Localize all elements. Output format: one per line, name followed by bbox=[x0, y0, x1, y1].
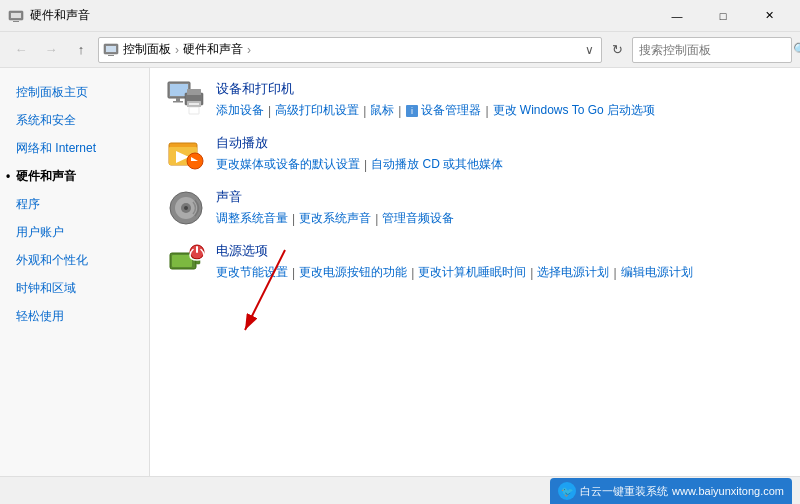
sound-link-manage[interactable]: 管理音频设备 bbox=[382, 210, 454, 227]
address-bar-icon bbox=[103, 42, 119, 58]
sidebar-item-clock[interactable]: 时钟和区域 bbox=[0, 274, 149, 302]
watermark-brand: 白云一键重装系统 bbox=[580, 484, 668, 499]
category-sound: 声音 调整系统音量 | 更改系统声音 | 管理音频设备 bbox=[166, 188, 784, 228]
devices-content: 设备和打印机 添加设备 | 高级打印机设置 | 鼠标 | i 设备管理器 | bbox=[216, 80, 784, 119]
address-separator-2: › bbox=[247, 43, 251, 57]
svg-rect-14 bbox=[189, 107, 199, 114]
minimize-button[interactable]: — bbox=[654, 0, 700, 32]
svg-rect-4 bbox=[106, 46, 116, 52]
title-bar-controls: — □ ✕ bbox=[654, 0, 792, 32]
status-bar: 🐦 白云一键重装系统 www.baiyunxitong.com bbox=[0, 476, 800, 504]
power-link-sleep[interactable]: 更改计算机睡眠时间 bbox=[418, 264, 526, 281]
watermark-bird-icon: 🐦 bbox=[558, 482, 576, 500]
power-content: 电源选项 更改节能设置 | 更改电源按钮的功能 | 更改计算机睡眠时间 | 选择… bbox=[216, 242, 784, 281]
sidebar-item-network[interactable]: 网络和 Internet bbox=[0, 134, 149, 162]
power-links: 更改节能设置 | 更改电源按钮的功能 | 更改计算机睡眠时间 | 选择电源计划 … bbox=[216, 264, 784, 281]
title-bar-title: 硬件和声音 bbox=[30, 7, 654, 24]
autoplay-content: 自动播放 更改媒体或设备的默认设置 | 自动播放 CD 或其他媒体 bbox=[216, 134, 784, 173]
sound-links: 调整系统音量 | 更改系统声音 | 管理音频设备 bbox=[216, 210, 784, 227]
devices-title[interactable]: 设备和打印机 bbox=[216, 80, 784, 98]
svg-rect-11 bbox=[187, 89, 201, 95]
autoplay-link-default[interactable]: 更改媒体或设备的默认设置 bbox=[216, 156, 360, 173]
device-manager-icon: i bbox=[405, 104, 419, 118]
power-link-edit[interactable]: 编辑电源计划 bbox=[621, 264, 693, 281]
power-icon bbox=[166, 242, 206, 282]
sidebar: 控制面板主页 系统和安全 网络和 Internet 硬件和声音 程序 用户账户 … bbox=[0, 68, 150, 476]
sep3: | bbox=[398, 104, 401, 118]
watermark-url: www.baiyunxitong.com bbox=[672, 485, 784, 497]
back-button[interactable]: ← bbox=[8, 37, 34, 63]
close-button[interactable]: ✕ bbox=[746, 0, 792, 32]
sep6: | bbox=[292, 212, 295, 226]
maximize-button[interactable]: □ bbox=[700, 0, 746, 32]
search-bar: 🔍 bbox=[632, 37, 792, 63]
power-link-button[interactable]: 更改电源按钮的功能 bbox=[299, 264, 407, 281]
svg-rect-2 bbox=[13, 21, 19, 22]
sep9: | bbox=[411, 266, 414, 280]
sidebar-item-ease[interactable]: 轻松使用 bbox=[0, 302, 149, 330]
sidebar-item-system[interactable]: 系统和安全 bbox=[0, 106, 149, 134]
sidebar-item-home[interactable]: 控制面板主页 bbox=[0, 78, 149, 106]
sep2: | bbox=[363, 104, 366, 118]
device-link-printer[interactable]: 高级打印机设置 bbox=[275, 102, 359, 119]
autoplay-links: 更改媒体或设备的默认设置 | 自动播放 CD 或其他媒体 bbox=[216, 156, 784, 173]
svg-rect-9 bbox=[173, 101, 183, 103]
sep11: | bbox=[613, 266, 616, 280]
refresh-button[interactable]: ↻ bbox=[606, 39, 628, 61]
search-icon: 🔍 bbox=[793, 42, 800, 57]
device-link-mouse[interactable]: 鼠标 bbox=[370, 102, 394, 119]
svg-rect-13 bbox=[189, 103, 199, 105]
svg-rect-5 bbox=[108, 55, 114, 56]
svg-rect-1 bbox=[11, 13, 21, 18]
content-area: 设备和打印机 添加设备 | 高级打印机设置 | 鼠标 | i 设备管理器 | bbox=[150, 68, 800, 476]
svg-point-23 bbox=[184, 206, 188, 210]
sep4: | bbox=[485, 104, 488, 118]
sound-content: 声音 调整系统音量 | 更改系统声音 | 管理音频设备 bbox=[216, 188, 784, 227]
sep5: | bbox=[364, 158, 367, 172]
search-input[interactable] bbox=[639, 43, 789, 57]
power-link-plan[interactable]: 选择电源计划 bbox=[537, 264, 609, 281]
category-autoplay: 自动播放 更改媒体或设备的默认设置 | 自动播放 CD 或其他媒体 bbox=[166, 134, 784, 174]
sound-icon bbox=[166, 188, 206, 228]
address-part-1: 控制面板 bbox=[123, 41, 171, 58]
address-text: 控制面板 › 硬件和声音 › bbox=[123, 41, 577, 58]
devices-icon bbox=[166, 80, 206, 120]
sidebar-item-appearance[interactable]: 外观和个性化 bbox=[0, 246, 149, 274]
svg-text:i: i bbox=[411, 106, 413, 116]
watermark: 🐦 白云一键重装系统 www.baiyunxitong.com bbox=[550, 478, 792, 504]
category-power: 电源选项 更改节能设置 | 更改电源按钮的功能 | 更改计算机睡眠时间 | 选择… bbox=[166, 242, 784, 282]
svg-rect-26 bbox=[172, 255, 192, 267]
address-part-2: 硬件和声音 bbox=[183, 41, 243, 58]
sound-link-scheme[interactable]: 更改系统声音 bbox=[299, 210, 371, 227]
address-separator: › bbox=[175, 43, 179, 57]
up-button[interactable]: ↑ bbox=[68, 37, 94, 63]
sound-title[interactable]: 声音 bbox=[216, 188, 784, 206]
category-devices: 设备和打印机 添加设备 | 高级打印机设置 | 鼠标 | i 设备管理器 | bbox=[166, 80, 784, 120]
main-area: 控制面板主页 系统和安全 网络和 Internet 硬件和声音 程序 用户账户 … bbox=[0, 68, 800, 476]
sidebar-item-accounts[interactable]: 用户账户 bbox=[0, 218, 149, 246]
address-bar: 控制面板 › 硬件和声音 › ∨ bbox=[98, 37, 602, 63]
sidebar-item-programs[interactable]: 程序 bbox=[0, 190, 149, 218]
sep1: | bbox=[268, 104, 271, 118]
address-dropdown-button[interactable]: ∨ bbox=[581, 42, 597, 58]
svg-rect-8 bbox=[176, 98, 180, 101]
title-bar-icon bbox=[8, 8, 24, 24]
sidebar-item-hardware[interactable]: 硬件和声音 bbox=[0, 162, 149, 190]
autoplay-title[interactable]: 自动播放 bbox=[216, 134, 784, 152]
sep8: | bbox=[292, 266, 295, 280]
title-bar: 硬件和声音 — □ ✕ bbox=[0, 0, 800, 32]
forward-button[interactable]: → bbox=[38, 37, 64, 63]
device-link-manager[interactable]: 设备管理器 bbox=[421, 102, 481, 119]
sep10: | bbox=[530, 266, 533, 280]
power-link-save[interactable]: 更改节能设置 bbox=[216, 264, 288, 281]
power-title[interactable]: 电源选项 bbox=[216, 242, 784, 260]
device-link-wintogo[interactable]: 更改 Windows To Go 启动选项 bbox=[493, 102, 655, 119]
autoplay-icon bbox=[166, 134, 206, 174]
devices-links: 添加设备 | 高级打印机设置 | 鼠标 | i 设备管理器 | 更改 Windo… bbox=[216, 102, 784, 119]
nav-bar: ← → ↑ 控制面板 › 硬件和声音 › ∨ ↻ 🔍 bbox=[0, 32, 800, 68]
sound-link-volume[interactable]: 调整系统音量 bbox=[216, 210, 288, 227]
device-link-add[interactable]: 添加设备 bbox=[216, 102, 264, 119]
sep7: | bbox=[375, 212, 378, 226]
autoplay-link-cd[interactable]: 自动播放 CD 或其他媒体 bbox=[371, 156, 503, 173]
